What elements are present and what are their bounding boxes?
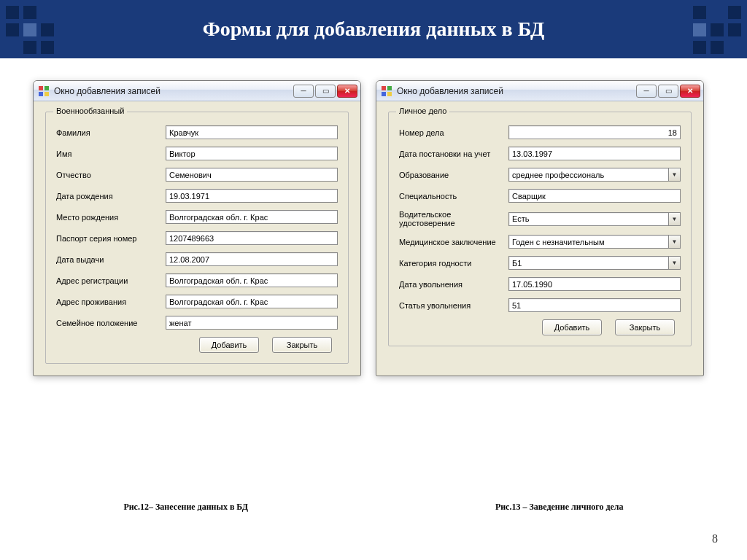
caption-right: Рис.13 – Заведение личного дела [495, 502, 624, 513]
slide-header: Формы для добавления данных в БД [0, 0, 747, 58]
input-otchestvo[interactable] [166, 168, 338, 182]
label-obrazovanie: Образование [399, 171, 508, 179]
decoration-right [693, 6, 741, 54]
titlebar[interactable]: Окно добавления записей ─ ▭ ✕ [34, 81, 360, 101]
svg-rect-1 [44, 86, 49, 90]
groupbox-lichnoe-delo: Личное дело Номер дела Дата постановки н… [388, 112, 692, 346]
combo-input[interactable] [508, 168, 668, 182]
decoration-left [6, 6, 54, 54]
label-nomer-dela: Номер дела [399, 128, 508, 137]
minimize-button[interactable]: ─ [636, 85, 657, 98]
label-imya: Имя [56, 149, 166, 158]
groupbox-legend: Военнообязанный [53, 106, 127, 115]
svg-rect-3 [44, 92, 49, 96]
maximize-button[interactable]: ▭ [658, 85, 678, 98]
input-spetsialnost[interactable] [508, 189, 681, 203]
groupbox-voennoobyazannyy: Военнообязанный Фамилия Имя Отчество Дат… [45, 112, 349, 364]
input-data-uvolneniya[interactable] [508, 277, 681, 291]
label-otchestvo: Отчество [56, 171, 166, 179]
app-icon [38, 85, 50, 97]
chevron-down-icon[interactable]: ▼ [668, 256, 681, 270]
svg-rect-5 [387, 86, 392, 90]
label-data-vydachi: Дата выдачи [56, 255, 166, 264]
label-med-zaklyuchenie: Медицинское заключение [399, 238, 508, 246]
combo-input[interactable] [508, 212, 668, 226]
svg-rect-4 [382, 86, 386, 90]
combo-kategoriya-godnosti[interactable]: ▼ [508, 256, 681, 270]
input-imya[interactable] [166, 147, 338, 160]
input-data-vydachi[interactable] [166, 252, 338, 266]
window-add-record-right: Окно добавления записей ─ ▭ ✕ Личное дел… [376, 80, 704, 376]
combo-voditelskoe[interactable]: ▼ [508, 212, 681, 226]
label-data-uvolneniya: Дата увольнения [399, 280, 508, 289]
input-mesto-rozhdeniya[interactable] [166, 210, 338, 224]
svg-rect-2 [39, 92, 43, 96]
input-semeynoe-polozhenie[interactable] [166, 316, 338, 330]
add-button[interactable]: Добавить [542, 319, 602, 335]
label-spetsialnost: Специальность [399, 192, 508, 201]
label-data-rozhdeniya: Дата рождения [56, 192, 166, 201]
chevron-down-icon[interactable]: ▼ [668, 235, 681, 249]
input-data-postanovki[interactable] [508, 147, 681, 160]
page-number: 8 [712, 532, 718, 545]
input-pasport[interactable] [166, 231, 338, 245]
input-familiya[interactable] [166, 125, 338, 139]
close-button[interactable]: ✕ [337, 85, 357, 98]
label-familiya: Фамилия [56, 128, 166, 137]
chevron-down-icon[interactable]: ▼ [668, 168, 681, 182]
combo-input[interactable] [508, 256, 668, 270]
close-form-button[interactable]: Закрыть [615, 319, 675, 335]
groupbox-legend: Личное дело [396, 106, 449, 115]
input-data-rozhdeniya[interactable] [166, 189, 338, 203]
label-kategoriya-godnosti: Категория годности [399, 259, 508, 268]
svg-rect-6 [382, 92, 386, 96]
combo-input[interactable] [508, 235, 668, 249]
caption-left: Рис.12– Занесение данных в БД [123, 502, 248, 513]
close-form-button[interactable]: Закрыть [272, 337, 332, 353]
label-pasport: Паспорт серия номер [56, 234, 166, 243]
chevron-down-icon[interactable]: ▼ [668, 212, 681, 226]
input-statya-uvolneniya[interactable] [508, 298, 681, 312]
input-adres-registracii[interactable] [166, 273, 338, 287]
window-add-record-left: Окно добавления записей ─ ▭ ✕ Военнообяз… [33, 80, 361, 376]
label-data-postanovki: Дата постановки на учет [399, 149, 508, 158]
window-title: Окно добавления записей [397, 86, 636, 96]
label-mesto-rozhdeniya: Место рождения [56, 213, 166, 222]
input-adres-prozhivaniya[interactable] [166, 295, 338, 308]
minimize-button[interactable]: ─ [293, 85, 314, 98]
svg-rect-0 [39, 86, 43, 90]
add-button[interactable]: Добавить [199, 337, 259, 353]
input-nomer-dela[interactable] [508, 125, 681, 139]
app-icon [381, 85, 392, 97]
combo-med-zaklyuchenie[interactable]: ▼ [508, 235, 681, 249]
combo-obrazovanie[interactable]: ▼ [508, 168, 681, 182]
label-statya-uvolneniya: Статья увольнения [399, 301, 508, 310]
svg-rect-7 [387, 92, 392, 96]
close-button[interactable]: ✕ [680, 85, 700, 98]
maximize-button[interactable]: ▭ [315, 85, 336, 98]
titlebar[interactable]: Окно добавления записей ─ ▭ ✕ [376, 81, 703, 101]
slide-title: Формы для добавления данных в БД [203, 18, 545, 41]
window-title: Окно добавления записей [54, 86, 293, 96]
label-adres-prozhivaniya: Адрес проживания [56, 298, 166, 306]
label-voditelskoe: Водительское удостоверение [399, 210, 508, 228]
label-adres-registracii: Адрес регистрации [56, 276, 166, 285]
label-semeynoe-polozhenie: Семейное положение [56, 319, 166, 327]
